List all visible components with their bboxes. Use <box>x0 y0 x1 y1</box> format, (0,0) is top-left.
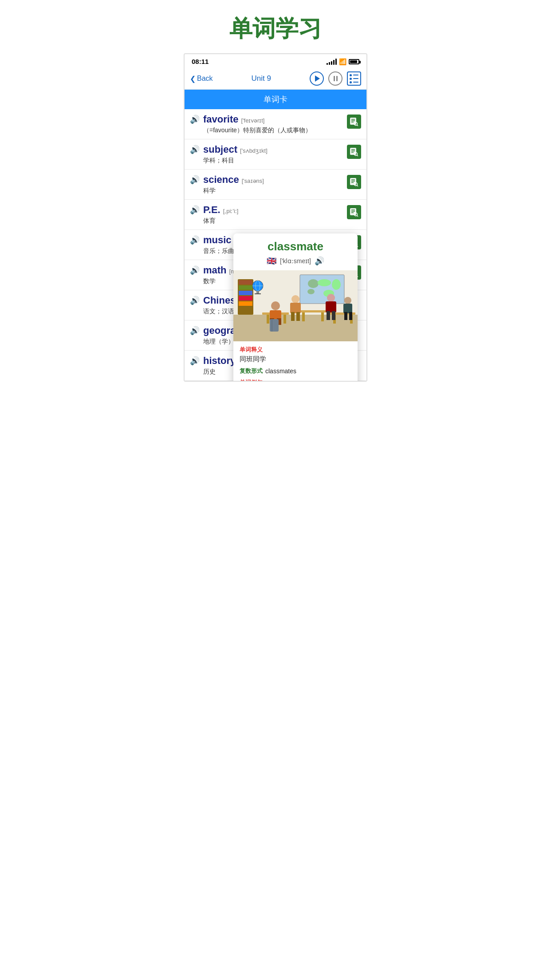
sound-button[interactable]: 🔊 <box>190 265 200 275</box>
svg-rect-70 <box>326 301 336 312</box>
word-item: 🔊 subject ['sʌbdʒɪkt] 学科；科目 <box>185 139 366 170</box>
signal-icon <box>327 59 337 65</box>
uk-flag-icon: 🇬🇧 <box>267 256 276 266</box>
word-phonetic: ['feɪvərɪt] <box>241 117 264 124</box>
svg-rect-48 <box>256 291 259 293</box>
word-chinese: （=favourite）特别喜爱的（人或事物） <box>203 126 347 134</box>
svg-rect-44 <box>239 301 252 306</box>
svg-point-69 <box>327 294 335 302</box>
svg-rect-79 <box>344 312 347 320</box>
popup-image <box>233 270 358 341</box>
nav-title: Unit 9 <box>213 74 310 83</box>
svg-rect-71 <box>327 311 330 320</box>
nav-bar: ❮ Back Unit 9 <box>185 68 366 90</box>
word-english: P.E. <box>203 204 220 216</box>
play-icon <box>315 75 320 82</box>
svg-point-52 <box>318 279 331 286</box>
play-button[interactable] <box>310 71 324 86</box>
sound-button[interactable]: 🔊 <box>190 235 200 245</box>
svg-rect-38 <box>233 315 358 341</box>
nav-actions <box>310 71 361 86</box>
sound-button[interactable]: 🔊 <box>190 145 200 154</box>
word-phonetic: ['saɪəns] <box>242 178 264 184</box>
lookup-icon <box>350 117 358 126</box>
svg-rect-49 <box>255 293 261 294</box>
svg-rect-12 <box>350 178 356 185</box>
sound-button[interactable]: 🔊 <box>190 175 200 185</box>
battery-icon <box>349 59 359 64</box>
word-chinese: 学科；科目 <box>203 157 347 165</box>
svg-rect-78 <box>343 304 352 313</box>
pause-icon-right <box>336 76 338 81</box>
svg-rect-42 <box>239 291 252 295</box>
app-title: 单词学习 <box>184 0 367 53</box>
word-english: favorite <box>203 114 238 125</box>
svg-rect-6 <box>350 148 356 155</box>
status-icons: 📶 <box>327 58 359 65</box>
svg-point-73 <box>291 295 299 303</box>
sound-button[interactable]: 🔊 <box>190 205 200 215</box>
word-content: subject ['sʌbdʒɪkt] 学科；科目 <box>203 144 347 165</box>
sound-button[interactable]: 🔊 <box>190 115 200 124</box>
word-english: science <box>203 174 239 186</box>
wifi-icon: 📶 <box>339 58 346 65</box>
word-english: subject <box>203 144 237 155</box>
popup-definition-label: 单词释义 <box>240 346 351 354</box>
svg-rect-43 <box>239 296 252 300</box>
word-lookup-button[interactable] <box>347 115 361 129</box>
word-item: 🔊 favorite ['feɪvərɪt] （=favourite）特别喜爱的… <box>185 109 366 139</box>
svg-point-65 <box>271 301 280 310</box>
lookup-icon <box>350 178 358 186</box>
svg-rect-40 <box>239 280 252 285</box>
svg-rect-80 <box>349 312 352 320</box>
word-lookup-button[interactable] <box>347 145 361 159</box>
popup-word: classmate <box>233 233 358 256</box>
popup-sound-button[interactable]: 🔊 <box>315 256 324 266</box>
svg-rect-74 <box>290 303 301 313</box>
svg-point-77 <box>344 297 351 304</box>
popup-example-label: 单词例句 <box>240 379 351 382</box>
word-content: science ['saɪəns] 科学 <box>203 174 347 195</box>
word-english: music <box>203 234 232 246</box>
popup-plural-row: 复数形式 classmates <box>240 367 351 375</box>
word-item: 🔊 P.E. [ˌpiː'iː] 体育 <box>185 200 366 230</box>
popup-phonetic-row: 🇬🇧 ['klɑːsmeɪt] 🔊 <box>233 256 358 270</box>
popup-plural-value: classmates <box>265 368 296 375</box>
svg-point-54 <box>307 289 315 294</box>
svg-rect-61 <box>321 312 324 321</box>
svg-point-51 <box>308 279 319 288</box>
pause-icon-left <box>334 76 335 81</box>
classroom-svg <box>233 270 358 341</box>
word-list: 🔊 favorite ['feɪvərɪt] （=favourite）特别喜爱的… <box>185 109 366 381</box>
status-bar: 08:11 📶 <box>185 54 366 68</box>
svg-rect-76 <box>296 312 300 321</box>
svg-rect-72 <box>332 311 335 320</box>
word-chinese: 科学 <box>203 187 347 195</box>
word-content: P.E. [ˌpiː'iː] 体育 <box>203 204 347 225</box>
popup-content: 单词释义 同班同学 复数形式 classmates 单词例句 🔊 After c… <box>233 341 358 382</box>
word-content: favorite ['feɪvərɪt] （=favourite）特别喜爱的（人… <box>203 114 347 134</box>
sound-button[interactable]: 🔊 <box>190 296 200 305</box>
word-english: history <box>203 355 236 367</box>
sound-button[interactable]: 🔊 <box>190 356 200 366</box>
popup-plural-label: 复数形式 <box>240 367 263 375</box>
list-view-button[interactable] <box>347 71 361 86</box>
popup-phonetic: ['klɑːsmeɪt] <box>280 257 311 265</box>
svg-line-17 <box>357 186 358 187</box>
svg-rect-58 <box>283 315 286 324</box>
phone-frame: 08:11 📶 ❮ Back Unit 9 <box>184 53 367 382</box>
lookup-icon <box>350 147 358 156</box>
svg-rect-75 <box>291 312 295 321</box>
sound-button[interactable]: 🔊 <box>190 326 200 336</box>
pause-button[interactable] <box>328 71 342 86</box>
word-popup-card: classmate 🇬🇧 ['klɑːsmeɪt] 🔊 <box>233 233 358 382</box>
svg-rect-57 <box>267 315 269 324</box>
word-chinese: 体育 <box>203 217 347 225</box>
word-lookup-button[interactable] <box>347 205 361 219</box>
popup-definition: 同班同学 <box>240 355 351 364</box>
status-time: 08:11 <box>192 58 209 65</box>
svg-line-23 <box>357 216 358 217</box>
word-phonetic: ['sʌbdʒɪkt] <box>240 147 268 154</box>
back-button[interactable]: ❮ Back <box>190 75 213 83</box>
word-lookup-button[interactable] <box>347 175 361 189</box>
